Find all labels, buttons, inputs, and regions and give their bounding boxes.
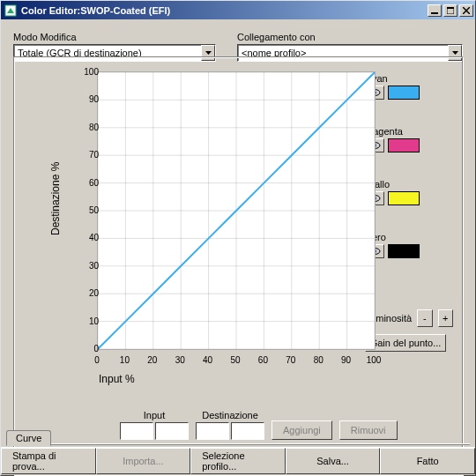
x-tick: 0 xyxy=(86,355,108,365)
x-tick: 100 xyxy=(363,355,384,365)
y-tick: 60 xyxy=(72,177,99,187)
close-button[interactable] xyxy=(459,4,473,17)
channel-magenta: Magenta xyxy=(365,126,453,152)
y-tick: 30 xyxy=(72,260,99,270)
x-tick: 40 xyxy=(197,355,219,365)
y-tick: 50 xyxy=(72,205,99,215)
curve-chart[interactable] xyxy=(97,71,376,350)
x-tick: 90 xyxy=(336,355,357,365)
tab-curve[interactable]: Curve xyxy=(6,430,51,446)
channel-nero: Nero xyxy=(365,232,453,258)
x-tick: 60 xyxy=(252,355,273,365)
x-tick: 30 xyxy=(169,355,190,365)
input-label: Input xyxy=(144,410,165,420)
channel-cyan: Cyan xyxy=(365,73,453,100)
channel-giallo: Giallo xyxy=(365,179,453,205)
chart-area: 0102030405060708090100 01020304050607080… xyxy=(23,68,365,462)
lum-plus-button[interactable]: + xyxy=(438,309,453,327)
tab-bar: Curve xyxy=(6,429,51,445)
add-button[interactable]: Aggiungi xyxy=(271,420,332,440)
luminosity-row: Luminosità - + xyxy=(365,309,453,327)
tab-divider xyxy=(6,443,470,445)
minimize-button[interactable] xyxy=(428,4,442,17)
x-tick: 20 xyxy=(142,355,163,365)
select-profile-button[interactable]: Selezione profilo... xyxy=(190,448,286,474)
y-tick: 0 xyxy=(72,344,99,353)
proof-button[interactable]: Stampa di prova... xyxy=(1,448,96,474)
titlebar: Color Editor:SWOP-Coated (EFI) xyxy=(1,1,475,19)
dest-field-2[interactable] xyxy=(231,422,264,440)
content: Modo Modifica Totale (GCR di destinazion… xyxy=(1,19,475,475)
channel-label: Cyan xyxy=(365,73,453,84)
x-tick: 50 xyxy=(225,355,246,365)
color-swatch[interactable] xyxy=(388,191,420,205)
input-field-group: Input xyxy=(120,410,189,440)
y-tick: 20 xyxy=(72,288,99,298)
maximize-button[interactable] xyxy=(443,4,457,17)
window: Color Editor:SWOP-Coated (EFI) Modo Modi… xyxy=(0,0,476,476)
x-tick: 10 xyxy=(114,355,135,365)
y-tick: 80 xyxy=(72,122,99,131)
dest-field-1[interactable] xyxy=(196,422,229,440)
gain-button[interactable]: Gain del punto... xyxy=(365,334,446,352)
channel-panel: Cyan Magenta Giallo Nero xyxy=(365,68,453,462)
channel-label: Nero xyxy=(365,232,453,242)
x-tick: 70 xyxy=(280,355,301,365)
y-tick: 90 xyxy=(72,94,99,104)
channel-label: Giallo xyxy=(365,179,453,190)
svg-rect-1 xyxy=(431,12,438,14)
y-tick: 100 xyxy=(72,67,99,77)
color-swatch[interactable] xyxy=(388,86,420,100)
input-field-1[interactable] xyxy=(120,422,153,440)
dest-label: Destinazione xyxy=(202,410,258,420)
input-field-2[interactable] xyxy=(155,422,189,440)
curve-groupbox: 0102030405060708090100 01020304050607080… xyxy=(13,56,463,475)
channel-label: Magenta xyxy=(365,126,453,137)
y-tick: 70 xyxy=(72,150,99,160)
y-tick: 40 xyxy=(72,233,99,242)
dest-field-group: Destinazione xyxy=(196,410,264,440)
svg-rect-3 xyxy=(447,7,454,9)
save-button[interactable]: Salva... xyxy=(286,448,381,474)
point-edit-row: Input Destinazione Aggiungi xyxy=(120,410,398,440)
colleg-label: Collegamento con xyxy=(237,32,463,42)
y-axis-label: Destinazione % xyxy=(49,162,62,235)
modo-label: Modo Modifica xyxy=(13,32,216,42)
import-button[interactable]: Importa... xyxy=(96,448,191,474)
color-swatch[interactable] xyxy=(388,244,420,258)
remove-button[interactable]: Rimuovi xyxy=(339,420,398,440)
done-button[interactable]: Fatto xyxy=(380,448,475,474)
footer: Stampa di prova... Importa... Selezione … xyxy=(1,447,475,475)
y-tick: 10 xyxy=(72,316,99,325)
app-icon xyxy=(4,4,18,18)
color-swatch[interactable] xyxy=(388,138,420,152)
window-title: Color Editor:SWOP-Coated (EFI) xyxy=(21,5,426,16)
x-tick: 80 xyxy=(308,355,329,365)
x-axis-label: Input % xyxy=(99,373,135,385)
lum-minus-button[interactable]: - xyxy=(417,309,432,327)
